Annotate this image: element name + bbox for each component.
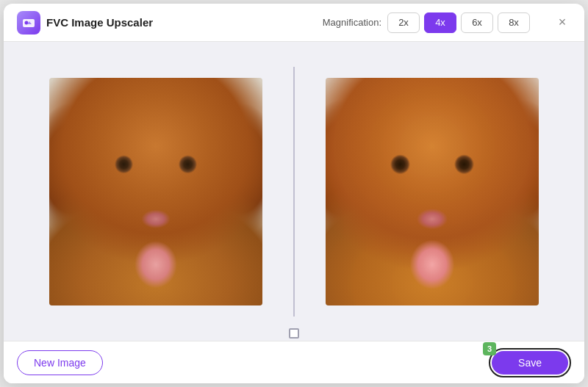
divider-handle[interactable] [289, 328, 299, 339]
original-dog-image [49, 78, 262, 305]
save-button[interactable]: Save [492, 351, 568, 375]
logo-area: FVC Image Upscaler [17, 11, 153, 35]
upscaled-image-box [326, 78, 539, 305]
save-section: 3 Save [489, 348, 571, 377]
magnification-section: Magnification: 2x 4x 6x 8x [323, 12, 530, 33]
magnification-label: Magnification: [323, 17, 381, 28]
app-logo-icon [17, 11, 40, 35]
magnification-buttons: 2x 4x 6x 8x [387, 12, 530, 33]
mag-btn-2x[interactable]: 2x [387, 12, 420, 33]
original-image-box [49, 78, 262, 305]
upscaled-image-panel [295, 78, 570, 305]
app-title: FVC Image Upscaler [46, 16, 153, 29]
new-image-button[interactable]: New Image [17, 350, 103, 375]
mag-btn-4x[interactable]: 4x [424, 12, 456, 33]
image-divider [293, 67, 295, 317]
close-button[interactable]: × [553, 14, 571, 32]
main-content [4, 42, 584, 341]
footer: New Image 3 Save [4, 341, 584, 383]
mag-btn-8x[interactable]: 8x [498, 12, 530, 33]
mag-btn-6x[interactable]: 6x [461, 12, 493, 33]
save-badge: 3 [483, 342, 496, 355]
save-button-wrapper: Save [489, 348, 571, 377]
app-window: FVC Image Upscaler Magnification: 2x 4x … [4, 4, 584, 383]
upscaled-dog-image [326, 78, 539, 305]
header: FVC Image Upscaler Magnification: 2x 4x … [4, 4, 584, 42]
original-image-panel [18, 78, 293, 305]
